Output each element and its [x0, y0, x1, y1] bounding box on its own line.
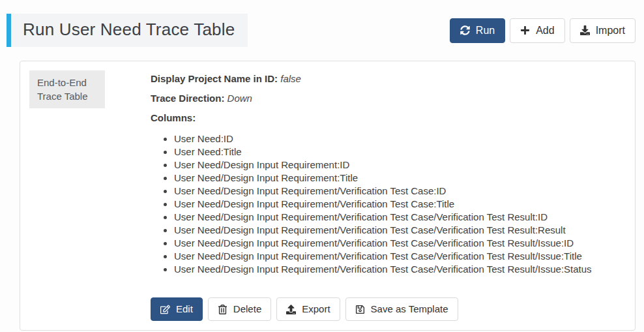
- sync-icon: [460, 25, 470, 35]
- trace-direction-field: Trace Direction: Down: [151, 93, 626, 104]
- display-project-field: Display Project Name in ID: false: [151, 73, 626, 84]
- column-list-item: User Need/Design Input Requirement/Verif…: [174, 237, 626, 250]
- column-list-item: User Need/Design Input Requirement/Verif…: [174, 224, 626, 237]
- tab-end-to-end-trace-table[interactable]: End-to-End Trace Table: [29, 70, 105, 108]
- save-as-template-button-label: Save as Template: [371, 303, 448, 316]
- download-icon: [580, 25, 590, 35]
- run-button-label: Run: [476, 24, 495, 37]
- display-project-value: false: [280, 73, 301, 84]
- column-list-item: User Need/Design Input Requirement/Verif…: [174, 198, 626, 211]
- edit-button-label: Edit: [176, 303, 193, 316]
- plus-icon: [520, 25, 530, 35]
- delete-button-label: Delete: [233, 303, 261, 316]
- trash-icon: [218, 305, 227, 314]
- column-list-item: User Need/Design Input Requirement/Verif…: [174, 185, 626, 198]
- columns-heading: Columns:: [151, 112, 626, 123]
- columns-label: Columns:: [151, 112, 196, 123]
- trace-direction-label: Trace Direction:: [151, 93, 224, 104]
- trace-direction-value: Down: [227, 93, 252, 104]
- column-list-item: User Need:Title: [174, 145, 626, 158]
- column-list-item: User Need/Design Input Requirement/Verif…: [174, 250, 626, 263]
- action-bar: Edit Delete Export Save as Template: [151, 297, 626, 321]
- export-button[interactable]: Export: [276, 297, 340, 321]
- page-title: Run User Need Trace Table: [7, 14, 248, 47]
- edit-button[interactable]: Edit: [151, 297, 203, 321]
- column-list-item: User Need/Design Input Requirement/Verif…: [174, 263, 626, 276]
- add-button-label: Add: [536, 24, 554, 37]
- toolbar: Run Add Import: [450, 18, 636, 43]
- trace-table-panel: End-to-End Trace Table Display Project N…: [20, 61, 636, 331]
- import-button-label: Import: [596, 24, 625, 37]
- column-list-item: User Need/Design Input Requirement:ID: [174, 158, 626, 172]
- export-button-label: Export: [302, 303, 330, 316]
- column-list-item: User Need/Design Input Requirement/Verif…: [174, 211, 626, 224]
- column-list-item: User Need:ID: [174, 132, 626, 145]
- columns-list: User Need:IDUser Need:TitleUser Need/Des…: [151, 132, 626, 276]
- import-button[interactable]: Import: [570, 18, 636, 43]
- display-project-label: Display Project Name in ID:: [151, 73, 278, 84]
- column-list-item: User Need/Design Input Requirement:Title: [174, 172, 626, 185]
- save-as-template-button[interactable]: Save as Template: [345, 297, 458, 321]
- panel-sidebar: End-to-End Trace Table: [29, 70, 131, 321]
- page-header: Run User Need Trace Table Run Add Import: [0, 0, 644, 47]
- save-icon: [355, 305, 365, 314]
- add-button[interactable]: Add: [510, 18, 564, 43]
- run-button[interactable]: Run: [450, 18, 505, 43]
- edit-icon: [160, 305, 170, 314]
- delete-button[interactable]: Delete: [208, 297, 271, 321]
- upload-icon: [286, 305, 296, 314]
- panel-content: Display Project Name in ID: false Trace …: [131, 70, 626, 321]
